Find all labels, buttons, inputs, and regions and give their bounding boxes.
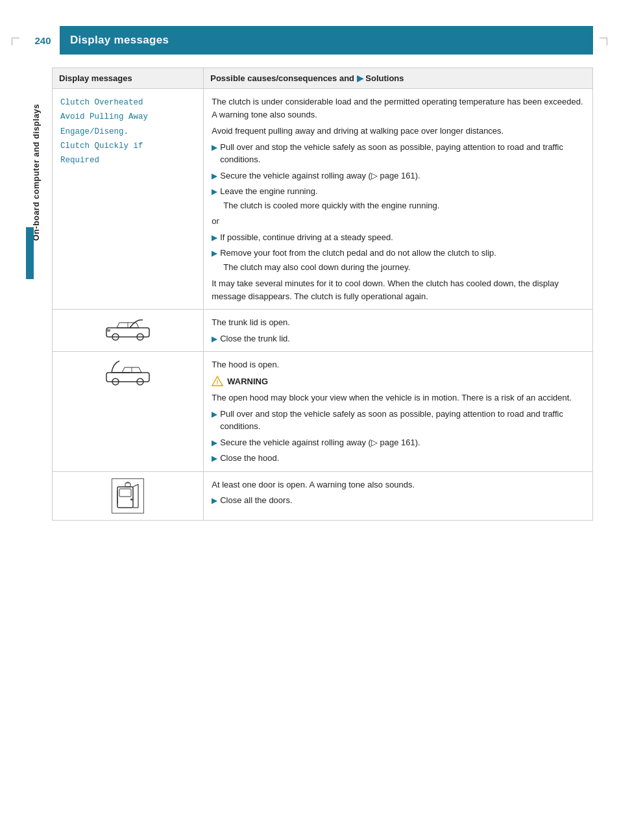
svg-line-15 (133, 484, 138, 487)
cell-display-trunk (53, 310, 204, 352)
cell-causes-trunk: The trunk lid is open.▶Close the trunk l… (204, 310, 593, 352)
bullet-arrow-icon: ▶ (212, 232, 217, 243)
warning-label-text: WARNING (227, 375, 268, 388)
svg-rect-4 (107, 329, 110, 332)
hood-open-icon (105, 358, 151, 386)
cell-causes-clutch: The clutch is under considerable load an… (204, 89, 593, 310)
bullet-arrow-icon: ▶ (212, 248, 217, 259)
bullet-arrow-icon: ▶ (212, 495, 217, 506)
header-bar: 240 Display messages (26, 26, 593, 55)
page-number: 240 (26, 26, 60, 55)
bullet-arrow-icon: ▶ (212, 409, 217, 420)
warning-block: ! WARNING (212, 375, 585, 388)
content-text: It may take several minutes for it to co… (212, 277, 585, 303)
bullet-text: Remove your foot from the clutch pedal a… (220, 247, 496, 260)
cell-display-clutch: Clutch Overheated Avoid Pulling Away Eng… (53, 89, 204, 310)
cell-display-door (53, 471, 204, 521)
bullet-text: Close all the doors. (220, 494, 292, 507)
content-text: The clutch is under considerable load an… (212, 95, 585, 121)
door-open-icon (112, 478, 144, 513)
svg-rect-13 (130, 499, 134, 500)
bullet-text: Close the hood. (220, 452, 279, 465)
svg-text:!: ! (217, 380, 219, 386)
bullet-item: ▶If possible, continue driving at a stea… (212, 231, 585, 244)
bullet-item: ▶Secure the vehicle against rolling away… (212, 436, 585, 449)
bullet-text: Secure the vehicle against rolling away … (220, 436, 420, 449)
bullet-item: ▶Close the trunk lid. (212, 332, 585, 345)
table-row-door: At least one door is open. A warning ton… (53, 471, 593, 521)
bullet-arrow-icon: ▶ (212, 171, 217, 182)
bullet-arrow-icon: ▶ (212, 186, 217, 197)
bullet-text: Secure the vehicle against rolling away … (220, 169, 420, 182)
content-text: At least one door is open. A warning ton… (212, 478, 585, 491)
corner-mark-tr (600, 38, 607, 45)
bullet-text: Pull over and stop the vehicle safely as… (220, 408, 585, 433)
content-text: Avoid frequent pulling away and driving … (212, 125, 585, 138)
content-text: The trunk lid is open. (212, 316, 585, 329)
bullet-item: ▶Leave the engine running. (212, 185, 585, 198)
side-label-container: On-board computer and displays (26, 104, 47, 840)
corner-mark-tl (12, 38, 19, 45)
table-row-trunk: The trunk lid is open.▶Close the trunk l… (53, 310, 593, 352)
col-header-messages: Display messages (53, 68, 204, 89)
trunk-open-icon (105, 316, 151, 341)
bullet-item: ▶Close all the doors. (212, 494, 585, 507)
side-label: On-board computer and displays (32, 104, 41, 241)
bullet-item: ▶Close the hood. (212, 452, 585, 465)
svg-rect-18 (125, 483, 130, 487)
col2-header-end: Solutions (365, 73, 404, 83)
indent-text: The clutch is cooled more quickly with t… (223, 199, 585, 212)
bullet-text: Leave the engine running. (220, 185, 317, 198)
warning-triangle-icon: ! (212, 375, 223, 387)
page-title: Display messages (60, 34, 169, 47)
indent-text: The clutch may also cool down during the… (223, 261, 585, 274)
page-wrapper: 240 Display messages On-board computer a… (0, 26, 619, 840)
main-content: Display messages Possible causes/consequ… (52, 68, 593, 521)
bullet-text: Close the trunk lid. (220, 332, 290, 345)
bullet-arrow-icon: ▶ (212, 334, 217, 345)
solutions-arrow-icon: ▶ (357, 73, 366, 83)
code-text-clutch: Clutch Overheated Avoid Pulling Away Eng… (60, 98, 148, 165)
or-text: or (212, 215, 585, 228)
col2-header-text: Possible causes/consequences and (210, 73, 354, 83)
cell-causes-hood: The hood is open. ! WARNINGThe open hood… (204, 352, 593, 472)
side-label-accent-bar (26, 227, 34, 279)
bullet-item: ▶Remove your foot from the clutch pedal … (212, 247, 585, 260)
bullet-text: Pull over and stop the vehicle safely as… (220, 141, 585, 166)
table-row-hood: The hood is open. ! WARNINGThe open hood… (53, 352, 593, 472)
bullet-arrow-icon: ▶ (212, 438, 217, 449)
bullet-arrow-icon: ▶ (212, 453, 217, 464)
col-header-causes: Possible causes/consequences and ▶ Solut… (204, 68, 593, 89)
table-row-clutch: Clutch Overheated Avoid Pulling Away Eng… (53, 89, 593, 310)
cell-causes-door: At least one door is open. A warning ton… (204, 471, 593, 521)
display-messages-table: Display messages Possible causes/consequ… (52, 68, 593, 521)
cell-display-hood (53, 352, 204, 472)
bullet-arrow-icon: ▶ (212, 142, 217, 153)
bullet-item: ▶Pull over and stop the vehicle safely a… (212, 408, 585, 433)
svg-rect-12 (119, 489, 131, 497)
bullet-text: If possible, continue driving at a stead… (220, 231, 393, 244)
bullet-item: ▶Pull over and stop the vehicle safely a… (212, 141, 585, 166)
bullet-item: ▶Secure the vehicle against rolling away… (212, 169, 585, 182)
svg-rect-11 (117, 487, 133, 508)
content-text: The open hood may block your view when t… (212, 391, 585, 404)
content-text: The hood is open. (212, 358, 585, 371)
